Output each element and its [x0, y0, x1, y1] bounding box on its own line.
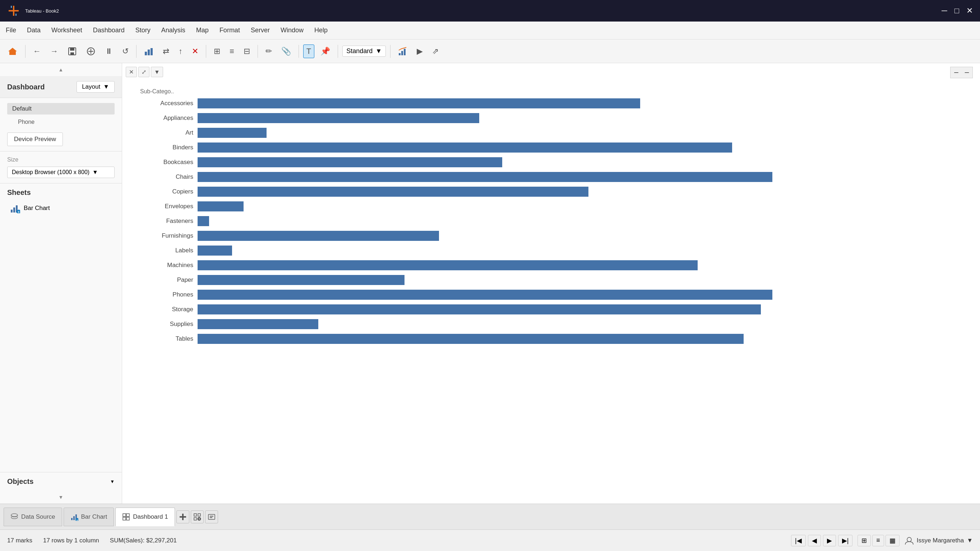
tab-bar-chart-label: Bar Chart — [81, 513, 107, 521]
chart-toolbar-btn-1[interactable]: ─ — [951, 68, 961, 77]
label-button[interactable]: ≡ — [226, 44, 237, 58]
minimize-button[interactable]: ─ — [942, 6, 947, 16]
dashboard-icon — [122, 513, 130, 521]
scroll-up-indicator[interactable]: ▲ — [0, 63, 122, 76]
layout-arrow: ▼ — [103, 83, 109, 91]
svg-rect-2 — [9, 10, 19, 11]
home-button[interactable] — [4, 44, 21, 59]
device-preview-button[interactable]: Device Preview — [7, 132, 63, 146]
scroll-down-indicator[interactable]: ▼ — [0, 491, 122, 503]
menu-map[interactable]: Map — [196, 27, 209, 34]
bar-track[interactable] — [197, 260, 973, 270]
bar-track[interactable] — [197, 113, 973, 123]
back-button[interactable]: ← — [30, 44, 44, 58]
close-button[interactable]: ✕ — [966, 6, 973, 16]
chart-type-button[interactable] — [141, 44, 157, 58]
add-sheet-button[interactable] — [177, 510, 189, 523]
tab-bar-chart[interactable]: + Bar Chart — [64, 508, 114, 526]
show-me-button[interactable] — [395, 44, 410, 58]
add-story-button[interactable] — [205, 510, 218, 523]
view-list-button[interactable]: ≡ — [872, 535, 884, 546]
layout-button[interactable]: Layout ▼ — [76, 81, 115, 93]
bar-track[interactable] — [197, 98, 973, 108]
menu-worksheet[interactable]: Worksheet — [51, 27, 82, 34]
bar-track[interactable] — [197, 304, 973, 314]
sheet-item-bar-chart[interactable]: + Bar Chart — [7, 201, 115, 215]
group-button[interactable]: ⊞ — [210, 44, 223, 58]
menu-format[interactable]: Format — [220, 27, 240, 34]
tab-data-source[interactable]: Data Source — [3, 508, 62, 526]
bar-track[interactable] — [197, 231, 973, 241]
new-datasource-button[interactable] — [83, 44, 99, 58]
objects-header[interactable]: Objects ▼ — [7, 477, 115, 486]
bar-row: Labels — [140, 244, 973, 257]
maximize-button[interactable]: □ — [955, 6, 959, 16]
standard-dropdown[interactable]: Standard ▼ — [342, 46, 386, 57]
present-button[interactable]: ▶ — [414, 44, 426, 58]
svg-rect-34 — [180, 516, 186, 518]
share-button[interactable]: ⇗ — [429, 44, 442, 58]
bar-track[interactable] — [197, 172, 973, 182]
sheet-icon: + — [70, 513, 78, 521]
menu-help[interactable]: Help — [314, 27, 328, 34]
bar-track[interactable] — [197, 128, 973, 138]
fit-button[interactable]: ⊟ — [240, 44, 253, 58]
bar-row: Chairs — [140, 170, 973, 183]
save-button[interactable] — [64, 44, 80, 58]
nav-first-button[interactable]: |◀ — [791, 535, 806, 546]
user-area[interactable]: Issye Margaretha ▼ — [905, 536, 973, 545]
bar-track[interactable] — [197, 246, 973, 256]
svg-rect-37 — [194, 518, 197, 520]
nav-next-button[interactable]: ▶ — [823, 535, 836, 546]
device-option-default[interactable]: Default — [7, 103, 115, 114]
bar-track[interactable] — [197, 216, 973, 226]
size-dropdown[interactable]: Desktop Browser (1000 x 800) ▼ — [7, 167, 115, 178]
menu-file[interactable]: File — [6, 27, 16, 34]
bar-track[interactable] — [197, 290, 973, 300]
svg-rect-31 — [123, 517, 126, 520]
bar-track[interactable] — [197, 334, 973, 344]
chart-toolbar-btn-2[interactable]: ─ — [962, 68, 972, 77]
svg-rect-41 — [210, 516, 213, 516]
bar-track[interactable]: 114.880 — [197, 157, 973, 167]
user-icon — [905, 536, 914, 545]
sort-desc-button[interactable]: ✕ — [189, 44, 202, 58]
close-panel-button[interactable]: ✕ — [126, 67, 137, 77]
menu-story[interactable]: Story — [135, 27, 151, 34]
objects-title: Objects — [7, 477, 33, 486]
bar-track[interactable] — [197, 187, 973, 197]
menu-data[interactable]: Data — [27, 27, 41, 34]
forward-button[interactable]: → — [47, 44, 61, 58]
pause-button[interactable]: ⏸ — [102, 44, 116, 58]
menu-window[interactable]: Window — [280, 27, 304, 34]
menu-dashboard[interactable]: Dashboard — [93, 27, 125, 34]
nav-prev-button[interactable]: ◀ — [808, 535, 821, 546]
bar-row: Art — [140, 126, 973, 139]
expand-button[interactable]: ⤢ — [138, 67, 150, 77]
bar-label: Fasteners — [140, 218, 197, 225]
bar-row: Copiers — [140, 185, 973, 198]
bar-row: Paper — [140, 273, 973, 286]
add-dashboard-button[interactable]: + — [191, 510, 204, 523]
device-option-phone[interactable]: Phone — [7, 117, 115, 127]
swap-button[interactable]: ⇄ — [159, 44, 172, 58]
bar-track[interactable] — [197, 275, 973, 285]
view-grid-button[interactable]: ⊞ — [858, 535, 871, 546]
menu-analysis[interactable]: Analysis — [161, 27, 185, 34]
view-table-button[interactable]: ▦ — [886, 535, 899, 546]
annotation-btn[interactable]: 📎 — [278, 44, 294, 58]
separator-1 — [25, 45, 25, 58]
dropdown-panel-button[interactable]: ▼ — [151, 67, 163, 77]
bar-track[interactable] — [197, 143, 973, 152]
text-button[interactable]: T — [303, 44, 314, 58]
pin-button[interactable]: 📌 — [317, 44, 333, 58]
nav-last-button[interactable]: ▶| — [838, 535, 853, 546]
tab-dashboard-1[interactable]: Dashboard 1 — [115, 508, 175, 526]
menu-server[interactable]: Server — [251, 27, 270, 34]
refresh-button[interactable]: ↺ — [119, 44, 132, 58]
bar-track[interactable] — [197, 202, 973, 211]
sort-asc-button[interactable]: ↑ — [175, 44, 186, 58]
bar-fill — [197, 202, 243, 211]
bar-track[interactable] — [197, 319, 973, 329]
highlight-button[interactable]: ✏ — [262, 44, 275, 58]
